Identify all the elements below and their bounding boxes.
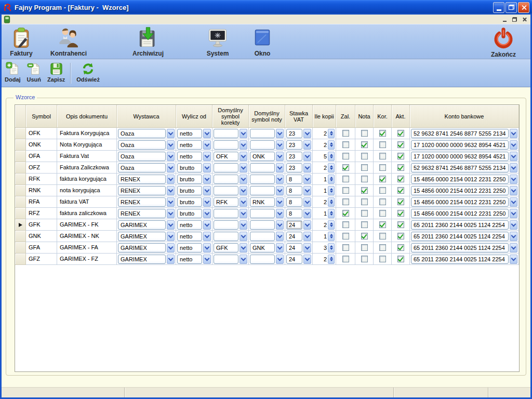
cell-ile-kopii[interactable]: 3 (313, 242, 336, 254)
row-selector[interactable] (15, 254, 26, 265)
checkbox-icon[interactable] (361, 176, 368, 182)
row-selector[interactable] (15, 139, 26, 151)
faktury-button[interactable]: Faktury (5, 25, 38, 58)
dropdown-arrow-icon[interactable] (276, 197, 284, 207)
cell-kor-checkbox[interactable] (374, 185, 392, 196)
column-header[interactable]: Wylicz od (176, 105, 212, 128)
dropdown-arrow-icon[interactable] (240, 186, 247, 195)
row-selector[interactable] (15, 162, 26, 174)
cell-opis-dokumentu[interactable]: GARIMEX - FA (57, 242, 117, 254)
dropdown-arrow-icon[interactable] (203, 163, 211, 172)
cell-nota-checkbox[interactable] (355, 128, 374, 139)
cell-wystawca-dropdown[interactable]: GARIMEX (117, 242, 176, 254)
dropdown-arrow-icon[interactable] (203, 175, 211, 184)
spinner-icon[interactable] (328, 209, 335, 218)
cell-wylicz-od-dropdown[interactable]: netto (176, 151, 212, 162)
checkbox-icon[interactable] (361, 198, 368, 205)
cell-kor-checkbox[interactable] (374, 162, 392, 174)
dropdown-arrow-icon[interactable] (303, 175, 311, 184)
cell-konto-bankowe-dropdown[interactable]: 15 4856 0000 2154 0012 2231 2250 (410, 174, 519, 185)
cell-symbol[interactable]: RNK (26, 185, 57, 196)
dropdown-arrow-icon[interactable] (276, 129, 284, 138)
cell-akt-checkbox[interactable] (392, 139, 410, 151)
cell-wystawca-dropdown[interactable]: RENEX (117, 174, 176, 185)
cell-akt-checkbox[interactable] (392, 196, 410, 208)
dropdown-arrow-icon[interactable] (203, 129, 211, 138)
dropdown-arrow-icon[interactable] (510, 220, 517, 230)
cell-nota-checkbox[interactable] (355, 208, 374, 219)
spinner-icon[interactable] (328, 140, 335, 150)
cell-symbol-korekty-dropdown[interactable] (212, 139, 249, 151)
cell-ile-kopii[interactable]: 2 (313, 254, 336, 265)
checkbox-icon[interactable] (397, 244, 404, 251)
column-header[interactable]: Opis dokumentu (57, 105, 117, 128)
dropdown-arrow-icon[interactable] (167, 175, 175, 184)
dropdown-arrow-icon[interactable] (240, 220, 247, 230)
cell-wystawca-dropdown[interactable]: Oaza (117, 128, 176, 139)
dropdown-arrow-icon[interactable] (240, 175, 247, 184)
dropdown-arrow-icon[interactable] (276, 255, 284, 264)
cell-nota-checkbox[interactable] (355, 185, 374, 196)
cell-symbol-noty-dropdown[interactable] (249, 128, 285, 139)
cell-symbol[interactable]: OFZ (26, 162, 57, 174)
cell-kor-checkbox[interactable] (374, 231, 392, 242)
cell-konto-bankowe-dropdown[interactable]: 65 2011 2360 2144 0025 1124 2254 (410, 254, 519, 265)
cell-symbol[interactable]: GFA (26, 242, 57, 254)
cell-symbol-korekty-dropdown[interactable]: GFK (212, 242, 249, 254)
cell-kor-checkbox[interactable] (374, 208, 392, 219)
cell-ile-kopii[interactable]: 1 (313, 231, 336, 242)
cell-nota-checkbox[interactable] (355, 174, 374, 185)
cell-wystawca-dropdown[interactable]: Oaza (117, 151, 176, 162)
cell-stawka-vat-dropdown[interactable]: 8 (285, 185, 313, 196)
dropdown-arrow-icon[interactable] (167, 220, 175, 230)
checkbox-icon[interactable] (397, 198, 404, 205)
minimize-button[interactable] (493, 2, 504, 13)
cell-symbol-noty-dropdown[interactable] (249, 231, 285, 242)
cell-symbol-noty-dropdown[interactable]: RNK (249, 196, 285, 208)
cell-nota-checkbox[interactable] (355, 219, 374, 231)
column-header[interactable]: Ile kopii (313, 105, 336, 128)
dropdown-arrow-icon[interactable] (167, 129, 175, 138)
dropdown-arrow-icon[interactable] (276, 152, 284, 161)
checkbox-icon[interactable] (379, 153, 386, 159)
cell-stawka-vat-dropdown[interactable]: 8 (285, 196, 313, 208)
cell-symbol-korekty-dropdown[interactable]: OFK (212, 151, 249, 162)
dropdown-arrow-icon[interactable] (303, 186, 311, 195)
cell-symbol-korekty-dropdown[interactable]: RFK (212, 196, 249, 208)
cell-konto-bankowe-dropdown[interactable]: 15 4856 0000 2154 0012 2231 2250 (410, 208, 519, 219)
cell-symbol[interactable]: OFA (26, 151, 57, 162)
checkbox-icon[interactable] (379, 130, 386, 137)
row-selector[interactable] (15, 185, 26, 196)
cell-symbol-korekty-dropdown[interactable] (212, 208, 249, 219)
dropdown-arrow-icon[interactable] (167, 255, 175, 264)
cell-symbol[interactable]: ONK (26, 139, 57, 151)
dropdown-arrow-icon[interactable] (240, 163, 247, 172)
cell-zal-checkbox[interactable] (336, 139, 355, 151)
cell-zal-checkbox[interactable] (336, 254, 355, 265)
checkbox-icon[interactable] (342, 153, 349, 159)
checkbox-icon[interactable] (379, 256, 386, 262)
dropdown-arrow-icon[interactable] (167, 232, 175, 241)
cell-nota-checkbox[interactable] (355, 196, 374, 208)
cell-symbol-noty-dropdown[interactable] (249, 254, 285, 265)
dropdown-arrow-icon[interactable] (203, 152, 211, 161)
dropdown-arrow-icon[interactable] (167, 209, 175, 218)
cell-akt-checkbox[interactable] (392, 162, 410, 174)
cell-zal-checkbox[interactable] (336, 174, 355, 185)
row-selector[interactable] (15, 151, 26, 162)
cell-zal-checkbox[interactable] (336, 231, 355, 242)
checkbox-icon[interactable] (361, 256, 368, 262)
cell-akt-checkbox[interactable] (392, 219, 410, 231)
cell-akt-checkbox[interactable] (392, 128, 410, 139)
row-selector[interactable] (15, 196, 26, 208)
cell-kor-checkbox[interactable] (374, 254, 392, 265)
cell-akt-checkbox[interactable] (392, 242, 410, 254)
spinner-icon[interactable] (328, 232, 335, 241)
dropdown-arrow-icon[interactable] (203, 232, 211, 241)
checkbox-icon[interactable] (397, 233, 404, 240)
dodaj-button[interactable]: Dodaj (2, 61, 24, 83)
dropdown-arrow-icon[interactable] (510, 186, 517, 195)
checkbox-icon[interactable] (397, 221, 404, 228)
cell-wylicz-od-dropdown[interactable]: netto (176, 128, 212, 139)
usun-button[interactable]: Usuń (24, 61, 45, 83)
